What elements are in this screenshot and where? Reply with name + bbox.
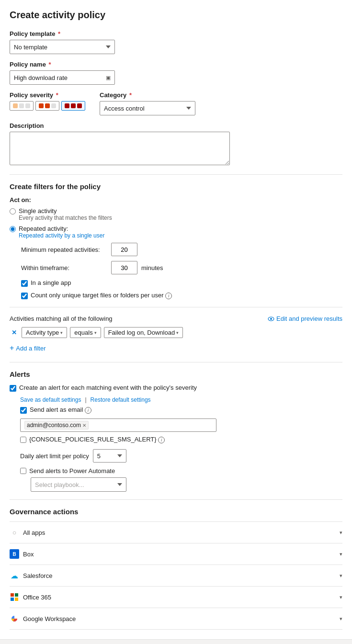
repeated-activity-label-wrap: Repeated activity: Repeated activity by … [19,225,104,239]
severity-medium-btn[interactable] [35,101,59,111]
single-activity-radio[interactable] [10,208,16,215]
policy-template-select[interactable]: No template [10,40,115,54]
gov-item-all-apps-left: ○ All apps [10,528,45,537]
gov-item-box[interactable]: B Box ▾ [10,543,342,565]
policy-template-label: Policy template * [10,30,342,37]
create-alert-checkbox[interactable] [10,385,16,392]
gov-item-google[interactable]: Google Workspace ▾ [10,608,342,630]
create-alert-checkbox-row: Create an alert for each matching event … [10,384,342,392]
chevron-down-icon: ▾ [60,330,63,335]
eye-icon [268,316,274,322]
email-tag: admin@contoso.com ✕ [24,421,89,429]
severity-high-btn[interactable] [61,101,85,111]
sev-dot-4 [39,103,44,108]
severity-category-row: Policy severity * [10,91,342,122]
within-timeframe-input[interactable] [111,261,137,274]
filter-value-chip[interactable]: Failed log on, Download ▾ [104,327,183,338]
footer: We secure your data as described in our … [0,639,352,644]
chevron-down-icon-2: ▾ [94,330,97,335]
svg-rect-5 [15,598,18,601]
remove-email-btn[interactable]: ✕ [82,423,86,428]
single-app-checkbox[interactable] [21,280,28,287]
all-apps-icon: ○ [10,528,19,537]
unique-files-info-icon[interactable]: i [165,293,172,299]
alerts-title: Alerts [10,370,342,378]
unique-files-label: Count only unique target files or folder… [31,292,172,299]
governance-title: Governance actions [10,508,342,516]
email-input-area[interactable]: admin@contoso.com ✕ [20,418,216,432]
box-label: Box [23,551,34,558]
daily-limit-select[interactable]: 5 10 20 50 [93,449,126,463]
send-email-label: Send alert as email i [30,406,91,414]
description-textarea[interactable] [10,132,230,165]
office365-label: Office 365 [23,594,51,601]
remove-filter-btn[interactable]: ✕ [10,328,19,337]
create-alert-label: Create an alert for each matching event … [19,384,197,391]
single-activity-sub: Every activity that matches the filters [19,215,112,221]
box-icon: B [10,549,19,559]
add-filter-btn[interactable]: + Add a filter [10,342,46,354]
power-automate-label: Send alerts to Power Automate [29,467,115,475]
gov-item-box-left: B Box [10,549,34,559]
repeated-activity-radio[interactable] [10,226,16,232]
min-repeated-input[interactable]: 20 [111,243,137,256]
svg-rect-2 [11,593,14,597]
power-automate-row: Send alerts to Power Automate [20,467,342,475]
unique-files-checkbox[interactable] [21,293,28,299]
min-repeated-row: Minimum repeated activities: 20 [21,243,342,256]
governance-section: Governance actions ○ All apps ▾ B Box ▾ … [10,508,342,630]
gov-item-salesforce[interactable]: ☁ Salesforce ▾ [10,565,342,586]
single-activity-label: Single activity [19,207,112,215]
sev-dot-3 [25,103,30,108]
salesforce-label: Salesforce [23,572,52,579]
send-email-checkbox-row: Send alert as email i [20,406,342,414]
sev-dot-1 [13,103,18,108]
sev-dot-5 [45,103,50,108]
severity-low-btn[interactable] [10,101,34,111]
gov-item-all-apps[interactable]: ○ All apps ▾ [10,521,342,543]
all-apps-label: All apps [23,529,45,536]
sms-checkbox[interactable] [20,437,26,443]
power-automate-checkbox[interactable] [20,468,26,474]
sms-label: {CONSOLE_POLICIES_RULE_SMS_ALERT} i [29,436,165,443]
send-email-checkbox[interactable] [20,407,27,414]
salesforce-chevron: ▾ [340,573,342,579]
svg-point-1 [270,318,272,320]
daily-limit-row: Daily alert limit per policy 5 10 20 50 [20,449,342,463]
send-email-info-icon[interactable]: i [85,407,91,414]
gov-item-google-left: Google Workspace [10,614,76,623]
filters-section-title: Create filters for the policy [10,182,342,191]
google-icon [10,614,19,623]
policy-name-input-wrapper: High download rate ▣ [10,70,115,85]
filter-field-chip[interactable]: Activity type ▾ [22,327,67,338]
sev-dot-8 [71,103,76,108]
category-label: Category * [100,91,195,99]
category-select[interactable]: Access control [100,101,195,115]
all-apps-chevron: ▾ [340,530,342,536]
single-activity-option: Single activity Every activity that matc… [10,207,342,221]
filter-section-header: Activities matching all of the following… [10,315,342,322]
gov-item-office365[interactable]: Office 365 ▾ [10,586,342,608]
playbook-select[interactable]: Select playbook... [31,477,126,492]
edit-preview-link[interactable]: Edit and preview results [268,315,342,322]
salesforce-icon: ☁ [10,571,19,580]
repeated-activity-details: Minimum repeated activities: 20 Within t… [21,243,342,299]
chevron-down-icon-3: ▾ [176,330,179,335]
description-field: Description [10,122,342,167]
timeframe-unit: minutes [141,264,163,271]
sms-info-icon[interactable]: i [158,437,165,443]
google-label: Google Workspace [23,615,76,622]
plus-icon: + [10,344,14,352]
restore-default-link[interactable]: Restore default settings [91,396,151,403]
single-app-checkbox-row: In a single app [21,279,342,287]
policy-template-field: Policy template * No template [10,30,342,54]
policy-name-label: Policy name * [10,61,342,68]
repeated-activity-option: Repeated activity: Repeated activity by … [10,225,342,239]
filter-row: ✕ Activity type ▾ equals ▾ Failed log on… [10,327,342,338]
save-default-link[interactable]: Save as default settings [20,396,81,403]
single-app-label: In a single app [31,279,71,286]
min-repeated-label: Minimum repeated activities: [21,246,107,253]
sev-dot-9 [77,103,82,108]
copy-icon[interactable]: ▣ [106,75,111,81]
filter-operator-chip[interactable]: equals ▾ [70,327,101,338]
